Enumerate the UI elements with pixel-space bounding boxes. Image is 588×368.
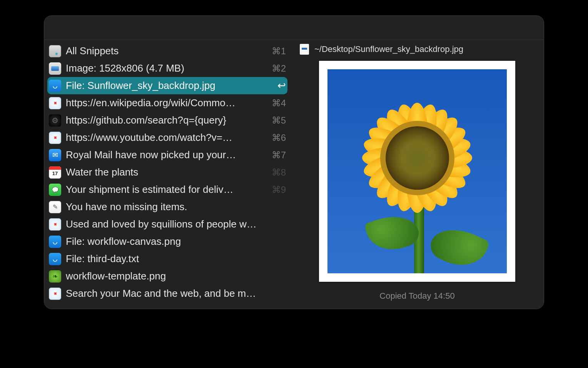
- return-icon: ↩: [277, 80, 286, 92]
- list-item[interactable]: Search your Mac and the web, and be m…: [44, 285, 291, 302]
- list-item-label: Your shipment is estimated for deliv…: [66, 184, 268, 196]
- list-item[interactable]: https://en.wikipedia.org/wiki/Commo…⌘4: [44, 94, 291, 112]
- list-item[interactable]: All Snippets⌘1: [44, 42, 291, 60]
- list-item-label: Image: 1528x806 (4.7 MB): [66, 62, 268, 74]
- list-item[interactable]: File: Sunflower_sky_backdrop.jpg↩: [47, 77, 287, 94]
- shortcut-label: ⌘4: [272, 98, 286, 109]
- leaf-icon: [49, 270, 61, 283]
- list-item-label: All Snippets: [66, 45, 268, 57]
- body: All Snippets⌘1Image: 1528x806 (4.7 MB)⌘2…: [44, 40, 544, 309]
- list-item[interactable]: File: third-day.txt: [44, 250, 291, 268]
- list-item-label: File: Sunflower_sky_backdrop.jpg: [66, 80, 274, 92]
- list-item-label: https://github.com/search?q={query}: [66, 114, 268, 126]
- safari-icon: [49, 218, 61, 231]
- safari-icon: [49, 288, 61, 300]
- shortcut-label: ⌘7: [272, 150, 286, 161]
- list-item[interactable]: https://www.youtube.com/watch?v=…⌘6: [44, 129, 291, 146]
- preview-path: ~/Desktop/Sunflower_sky_backdrop.jpg: [314, 44, 463, 54]
- list-item[interactable]: Royal Mail have now picked up your…⌘7: [44, 146, 291, 164]
- list-item-label: workflow-template.png: [66, 270, 286, 282]
- shortcut-label: ⌘2: [272, 63, 286, 74]
- list-item[interactable]: Water the plants⌘8: [44, 164, 291, 181]
- shortcut-label: ⌘6: [272, 132, 286, 143]
- sunflower-center: [386, 126, 449, 190]
- finder-icon: [49, 253, 61, 265]
- sunflower-head: [359, 100, 475, 216]
- list-item-label: Used and loved by squillions of people w…: [66, 218, 286, 230]
- clipboard-icon: [49, 45, 61, 57]
- list-item[interactable]: Image: 1528x806 (4.7 MB)⌘2: [44, 60, 291, 77]
- list-item-label: https://www.youtube.com/watch?v=…: [66, 132, 268, 144]
- list-item[interactable]: You have no missing items.: [44, 198, 291, 216]
- search-row: [44, 16, 544, 40]
- list-item[interactable]: workflow-template.png: [44, 268, 291, 285]
- clipboard-list: All Snippets⌘1Image: 1528x806 (4.7 MB)⌘2…: [44, 40, 291, 309]
- list-item[interactable]: Your shipment is estimated for deliv…⌘9: [44, 181, 291, 198]
- finder-icon: [49, 80, 61, 92]
- preview-header: ~/Desktop/Sunflower_sky_backdrop.jpg: [300, 42, 535, 55]
- preview-image-frame: [319, 61, 515, 282]
- gear-icon: [49, 114, 61, 127]
- list-item[interactable]: File: workflow-canvas.png: [44, 233, 291, 250]
- list-item-label: Search your Mac and the web, and be m…: [66, 288, 286, 299]
- list-item-label: File: third-day.txt: [66, 253, 286, 265]
- finder-icon: [49, 236, 61, 248]
- list-item-label: https://en.wikipedia.org/wiki/Commo…: [66, 97, 268, 109]
- shortcut-label: ⌘8: [272, 167, 286, 178]
- calendar-icon: [49, 166, 61, 179]
- mail-icon: [49, 149, 61, 161]
- list-item[interactable]: https://github.com/search?q={query}⌘5: [44, 112, 291, 129]
- list-item-label: File: workflow-canvas.png: [66, 236, 286, 248]
- safari-icon: [49, 132, 61, 144]
- list-item-label: Water the plants: [66, 166, 268, 178]
- list-item-label: You have no missing items.: [66, 201, 286, 213]
- safari-icon: [49, 97, 61, 109]
- shortcut-label: ⌘5: [272, 115, 286, 126]
- shortcut-label: ⌘9: [272, 184, 286, 195]
- image-icon: [49, 62, 61, 75]
- clipboard-window: All Snippets⌘1Image: 1528x806 (4.7 MB)⌘2…: [44, 15, 544, 309]
- messages-icon: [49, 184, 61, 196]
- sunflower-leaf: [364, 209, 422, 257]
- file-icon: [300, 44, 309, 55]
- copied-timestamp: Copied Today 14:50: [300, 291, 535, 301]
- notes-icon: [49, 201, 61, 213]
- preview-pane: ~/Desktop/Sunflower_sky_backdrop.jpg Cop…: [291, 40, 544, 309]
- search-input[interactable]: [50, 20, 538, 35]
- list-item-label: Royal Mail have now picked up your…: [66, 149, 268, 161]
- sunflower-leaf: [426, 219, 490, 273]
- preview-image: [327, 69, 507, 273]
- list-item[interactable]: Used and loved by squillions of people w…: [44, 216, 291, 233]
- shortcut-label: ⌘1: [272, 46, 286, 57]
